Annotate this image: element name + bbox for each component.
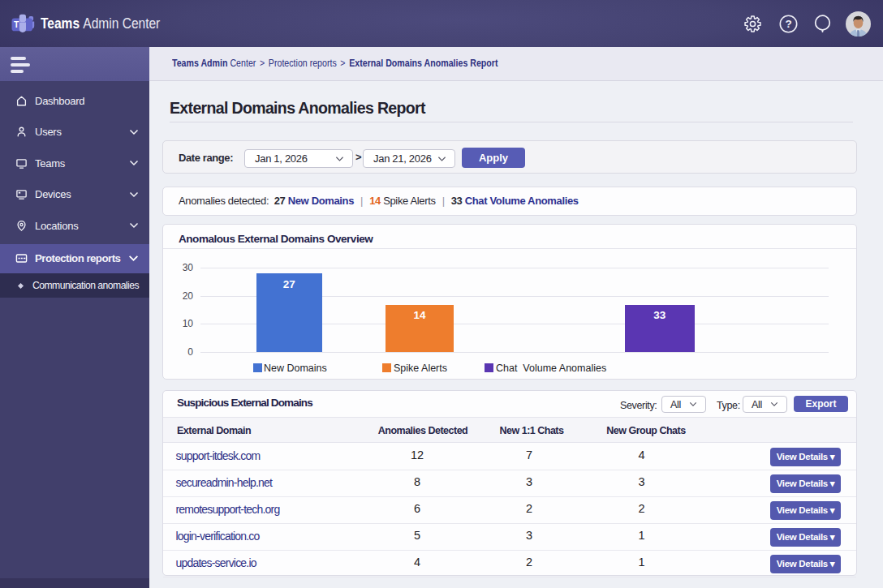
svg-text:T: T	[14, 19, 19, 29]
svg-text:?: ?	[785, 18, 791, 30]
